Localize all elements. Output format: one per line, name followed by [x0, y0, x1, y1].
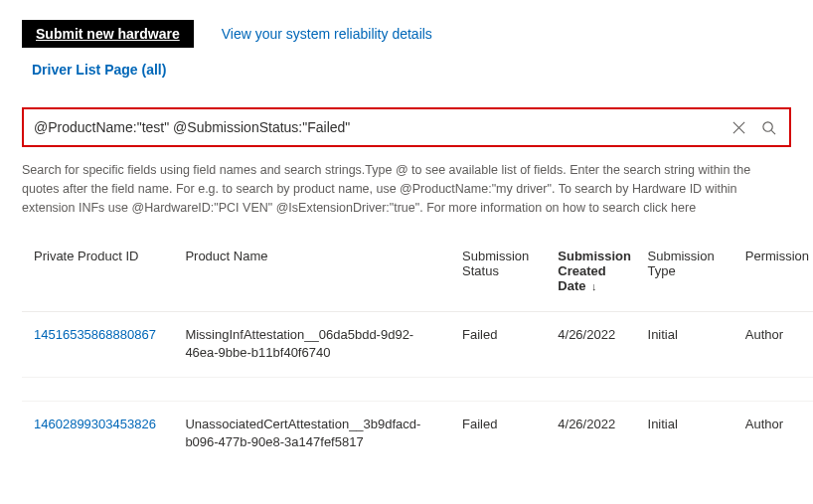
cell-product-name: UnassociatedCertAttestation__3b9dfacd-b0… — [173, 401, 450, 465]
results-table: Private Product ID Product Name Submissi… — [22, 239, 813, 465]
col-submission-created-date[interactable]: Submission Created Date ↓ — [546, 239, 635, 312]
search-input[interactable] — [32, 118, 724, 136]
col-private-product-id[interactable]: Private Product ID — [22, 239, 173, 312]
search-icon[interactable] — [753, 112, 783, 142]
search-help-text: Search for specific fields using field n… — [22, 161, 791, 217]
cell-type: Initial — [636, 401, 733, 465]
product-id-link[interactable]: 14602899303453826 — [34, 417, 156, 431]
cell-date: 4/26/2022 — [546, 401, 635, 465]
col-permission[interactable]: Permission — [733, 239, 813, 312]
driver-list-page-link[interactable]: Driver List Page (all) — [32, 56, 166, 78]
table-row: 14602899303453826 UnassociatedCertAttest… — [22, 401, 813, 465]
search-bar — [22, 107, 791, 147]
view-reliability-link[interactable]: View your system reliability details — [222, 20, 432, 42]
col-product-name[interactable]: Product Name — [173, 239, 450, 312]
col-submission-status[interactable]: Submission Status — [450, 239, 546, 312]
clear-icon[interactable] — [724, 112, 753, 142]
cell-permission: Author — [733, 312, 813, 377]
table-row: 14516535868880867 MissingInfAttestation_… — [22, 312, 813, 377]
help-body: Search for specific fields using field n… — [22, 163, 750, 215]
cell-status: Failed — [450, 401, 546, 465]
cell-type: Initial — [636, 312, 733, 377]
svg-point-2 — [762, 121, 771, 130]
sort-descending-icon: ↓ — [591, 280, 597, 292]
product-id-link[interactable]: 14516535868880867 — [34, 327, 156, 342]
cell-date: 4/26/2022 — [546, 312, 635, 377]
col-submission-type[interactable]: Submission Type — [636, 239, 733, 312]
svg-line-3 — [771, 130, 775, 134]
cell-status: Failed — [450, 312, 546, 377]
submit-new-hardware-button[interactable]: Submit new hardware — [22, 20, 194, 48]
cell-product-name: MissingInfAttestation__06da5bdd-9d92-46e… — [173, 312, 450, 377]
help-here-link[interactable]: here — [671, 201, 696, 215]
cell-permission: Author — [733, 401, 813, 465]
